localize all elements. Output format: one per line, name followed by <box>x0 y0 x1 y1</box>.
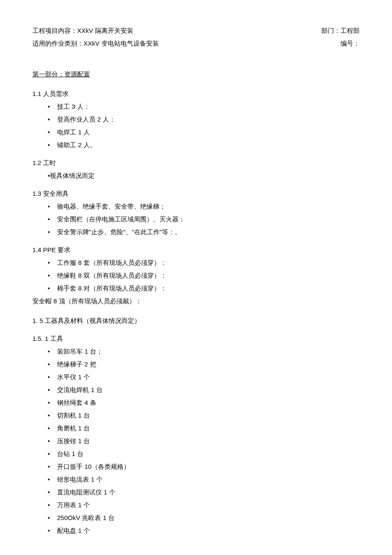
list-item: 工作服 8 套（所有现场人员必须穿）： <box>48 258 360 268</box>
list-item: 安全围栏（在停电施工区域周围）、灭火器： <box>48 214 360 224</box>
list-item: 万用表 1 个 <box>48 500 360 510</box>
list-item: 切割机 1 台 <box>48 410 360 421</box>
list-item: 安全警示牌"止步、危险"、"在此工作"等：。 <box>48 227 360 237</box>
project-content-label: 工程项目内容： <box>32 27 77 34</box>
tools-list: 装卸吊车 1 台； 绝缘梯子 2 把 水平仪 1 个 交流电焊机 1 台 钢丝绳… <box>32 346 360 536</box>
subsection-1-2-label: 1.2 工时 <box>32 158 360 168</box>
list-item: 直流电阻测试仪 1 个 <box>48 487 360 497</box>
list-item: 配电盘 1 个 <box>48 526 360 536</box>
subsection-1-1-label: 1.1 人员需求 <box>32 89 360 99</box>
list-item: 登高作业人员 2 人： <box>48 114 360 125</box>
list-item: 水平仪 1 个 <box>48 372 360 382</box>
department-value: 工程部 <box>340 27 360 34</box>
subsection-1-3-label: 1.3 安全用具 <box>32 189 360 199</box>
work-type-value: XXkV 变电站电气设备安装 <box>84 40 159 47</box>
ppe-list: 工作服 8 套（所有现场人员必须穿）： 绝缘鞋 8 双（所有现场人员必须穿）： … <box>32 258 360 293</box>
work-hours-note: •视具体情况而定 <box>32 171 360 181</box>
department-label: 部门： <box>321 27 340 34</box>
list-item: 台钻 1 台 <box>48 449 360 459</box>
safety-tools-list: 验电器、绝缘手套、安全带、绝缘梯； 安全围栏（在停电施工区域周围）、灭火器： 安… <box>32 201 360 237</box>
list-item: 技工 3 人： <box>48 102 360 112</box>
subsection-1-5-label: 1. 5 工器具及材料（视具体情况而定） <box>32 316 360 326</box>
list-item: 开口扳手 10（各类规格） <box>48 462 360 472</box>
subsection-1-4-label: 1.4 PPE 要求 <box>32 245 360 255</box>
list-item: 辅助工 2 人。 <box>48 140 360 150</box>
list-item: 绝缘梯子 2 把 <box>48 359 360 369</box>
list-item: 交流电焊机 1 台 <box>48 385 360 395</box>
subsection-1-5-1-label: 1.5. 1 工具 <box>32 334 360 344</box>
work-type-label: 适用的作业类别： <box>32 40 84 47</box>
list-item: 电焊工 1 人 <box>48 127 360 137</box>
list-item: 钳形电流表 1 个 <box>48 474 360 485</box>
list-item: 装卸吊车 1 台； <box>48 346 360 357</box>
number-label: 编号： <box>340 40 360 47</box>
list-item: 绝缘鞋 8 双（所有现场人员必须穿）： <box>48 270 360 281</box>
section-title: 第一部分：资源配置 <box>32 69 360 79</box>
ppe-trailing: 安全帽 8 顶（所有现场人员必须戴）： <box>32 296 360 306</box>
list-item: 验电器、绝缘手套、安全带、绝缘梯； <box>48 201 360 212</box>
list-item: 棉手套 8 对（所有现场人员必须穿）： <box>48 283 360 293</box>
list-item: 250OkV 兆欧表 1 台 <box>48 513 360 523</box>
list-item: 压接钳 1 台 <box>48 436 360 446</box>
list-item: 钢丝绳套 4 条 <box>48 398 360 408</box>
project-content-value: XXkV 隔离开关安装 <box>77 27 133 34</box>
list-item: 角磨机 1 台 <box>48 423 360 433</box>
personnel-list: 技工 3 人： 登高作业人员 2 人： 电焊工 1 人 辅助工 2 人。 <box>32 102 360 150</box>
